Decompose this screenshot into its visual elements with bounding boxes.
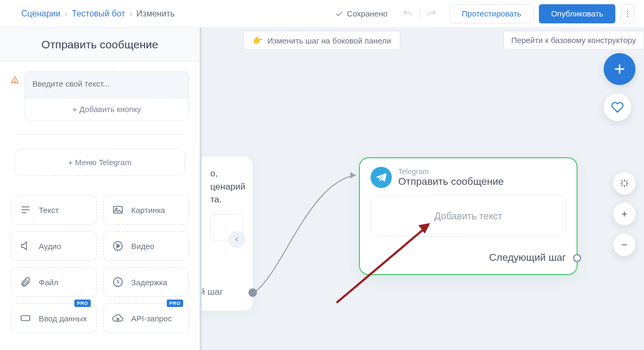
type-image[interactable]: Картинка xyxy=(103,195,189,225)
image-icon xyxy=(112,204,124,216)
chevron-right-icon: › xyxy=(65,9,67,19)
type-label: Картинка xyxy=(131,206,165,215)
zoom-out-button[interactable] xyxy=(613,234,636,256)
card-text-input[interactable]: Добавить текст xyxy=(371,195,566,237)
type-label: Видео xyxy=(131,242,154,251)
header-bar: Сценарии › Тестовый бот › Изменить Сохра… xyxy=(0,0,644,28)
content-type-grid: Текст Картинка Аудио Видео Файл Задержка xyxy=(11,195,189,333)
save-status: Сохранено xyxy=(335,9,387,18)
plus-icon xyxy=(613,62,626,76)
warning-icon xyxy=(11,75,19,84)
card-title: Отправить сообщение xyxy=(398,176,504,187)
video-icon xyxy=(112,240,124,252)
undo-redo-group xyxy=(402,8,437,20)
svg-line-15 xyxy=(626,181,628,182)
type-api[interactable]: PRO API-запрос xyxy=(103,303,189,333)
zoom-in-button[interactable] xyxy=(613,203,636,225)
redo-icon[interactable] xyxy=(426,8,437,19)
undo-icon[interactable] xyxy=(402,8,413,19)
collapse-button[interactable] xyxy=(228,231,245,248)
sidebar-title: Отправить сообщение xyxy=(0,28,200,62)
sidebar-panel: Отправить сообщение + Добавить кнопку + … xyxy=(0,28,202,350)
float-tools-mid xyxy=(613,172,636,256)
svg-marker-27 xyxy=(117,244,120,247)
message-block: + Добавить кнопку xyxy=(24,71,189,121)
svg-point-1 xyxy=(627,13,628,14)
svg-point-2 xyxy=(627,15,628,16)
add-step-button[interactable] xyxy=(604,53,636,85)
message-text-input[interactable] xyxy=(25,72,188,98)
card-text-fragment: о, ценарий та. xyxy=(210,167,243,207)
svg-line-11 xyxy=(626,184,628,186)
breadcrumb-current: Изменить xyxy=(136,9,175,19)
hint-chip: 👉 Изменить шаг на боковой панели xyxy=(244,31,400,50)
svg-line-14 xyxy=(621,184,623,186)
cloud-icon xyxy=(112,312,124,324)
clock-icon xyxy=(112,276,124,288)
test-button[interactable]: Протестировать xyxy=(450,4,534,23)
chevron-right-icon: › xyxy=(130,9,132,19)
divider xyxy=(15,134,185,135)
pointing-hand-icon: 👉 xyxy=(253,36,263,45)
save-status-label: Сохранено xyxy=(347,9,387,18)
type-label: Текст xyxy=(39,206,59,215)
input-icon xyxy=(20,312,31,324)
type-audio[interactable]: Аудио xyxy=(11,231,97,261)
favorite-button[interactable] xyxy=(604,93,631,121)
more-button[interactable] xyxy=(621,4,634,23)
connection-out-dot[interactable] xyxy=(573,254,581,262)
chevron-left-icon xyxy=(233,236,241,243)
type-label: Задержка xyxy=(131,278,167,287)
hint-label: Изменить шаг на боковой панели xyxy=(267,36,391,45)
breadcrumb: Сценарии › Тестовый бот › Изменить xyxy=(21,9,330,19)
minus-icon xyxy=(620,241,629,249)
connector-line xyxy=(250,171,366,298)
publish-button[interactable]: Опубликовать xyxy=(539,4,615,23)
type-label: API-запрос xyxy=(131,314,172,323)
type-text[interactable]: Текст xyxy=(11,195,97,225)
pro-badge: PRO xyxy=(167,300,183,307)
sparkle-icon xyxy=(620,178,629,188)
add-telegram-menu-button[interactable]: + Меню Telegram xyxy=(15,149,185,176)
card-header: Telegram Отправить сообщение xyxy=(371,167,566,188)
svg-rect-29 xyxy=(21,315,30,320)
type-delay[interactable]: Задержка xyxy=(103,267,189,297)
audio-icon xyxy=(20,240,31,252)
type-file[interactable]: Файл xyxy=(11,267,97,297)
svg-point-0 xyxy=(627,11,628,12)
float-tools-top xyxy=(604,53,636,121)
attachment-icon xyxy=(20,276,31,288)
card-channel-label: Telegram xyxy=(398,167,504,176)
pro-badge: PRO xyxy=(74,300,91,307)
plus-icon xyxy=(620,210,629,218)
check-icon xyxy=(335,10,344,18)
type-label: Ввод данных xyxy=(39,314,87,323)
text-icon xyxy=(20,204,31,216)
canvas-card-selected[interactable]: Telegram Отправить сообщение Добавить те… xyxy=(359,157,578,275)
svg-point-20 xyxy=(14,81,15,82)
autofit-button[interactable] xyxy=(613,172,636,194)
dots-vertical-icon xyxy=(623,10,632,18)
svg-marker-3 xyxy=(350,172,356,178)
card-next-step-label: Следующий шаг xyxy=(371,252,566,263)
type-video[interactable]: Видео xyxy=(103,231,189,261)
svg-line-10 xyxy=(621,181,623,182)
type-label: Файл xyxy=(39,278,58,287)
add-button-link[interactable]: + Добавить кнопку xyxy=(25,98,188,120)
type-label: Аудио xyxy=(39,242,61,251)
type-input[interactable]: PRO Ввод данных xyxy=(11,303,97,333)
breadcrumb-root[interactable]: Сценарии xyxy=(21,9,61,19)
heart-icon xyxy=(611,101,624,114)
connection-out-dot[interactable] xyxy=(248,288,257,297)
goto-basic-builder-button[interactable]: Перейти к базовому конструктору xyxy=(503,31,644,49)
breadcrumb-bot[interactable]: Тестовый бот xyxy=(72,9,125,19)
telegram-icon xyxy=(371,167,392,188)
